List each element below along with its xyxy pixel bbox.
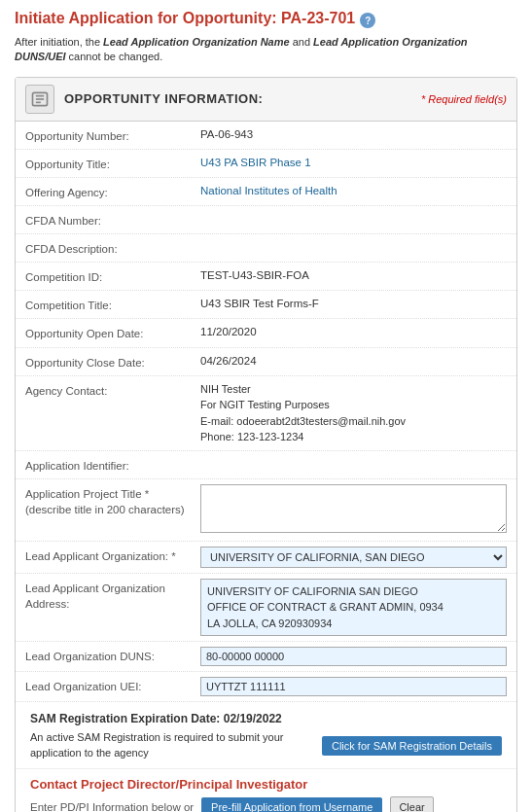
field-lead-uei: Lead Organization UEI: <box>16 672 516 702</box>
contact-section: Contact Project Director/Principal Inves… <box>16 769 516 812</box>
field-close-date: Opportunity Close Date: 04/26/2024 <box>16 348 516 376</box>
project-title-input[interactable] <box>200 484 507 533</box>
sam-description: An active SAM Registration is required t… <box>30 730 312 760</box>
field-competition-id: Competition ID: TEST-U43-SBIR-FOA <box>16 263 516 291</box>
section-title: OPPORTUNITY INFORMATION: <box>64 91 263 106</box>
field-opportunity-title: Opportunity Title: U43 PA SBIR Phase 1 <box>16 150 516 178</box>
clear-button[interactable]: Clear <box>390 796 433 812</box>
lead-org-address-value: UNIVERSITY OF CALIFORNIA SAN DIEGO OFFIC… <box>200 579 507 637</box>
sam-section: SAM Registration Expiration Date: 02/19/… <box>16 702 516 769</box>
sam-row: An active SAM Registration is required t… <box>30 730 502 760</box>
field-cfda-description: CFDA Description: <box>16 234 516 263</box>
prefill-button[interactable]: Pre-fill Application from Username <box>201 797 382 812</box>
field-application-identifier: Application Identifier: <box>16 451 516 479</box>
field-agency-contact: Agency Contact: NIH Tester For NGIT Test… <box>16 376 516 451</box>
field-lead-org: Lead Applicant Organization: * UNIVERSIT… <box>16 542 516 574</box>
field-opportunity-number: Opportunity Number: PA-06-943 <box>16 122 516 150</box>
contact-header-row: Enter PD/PI Information below or Pre-fil… <box>30 796 502 812</box>
field-project-title: Application Project Title * (describe ti… <box>16 479 516 542</box>
lead-duns-input[interactable] <box>200 647 507 666</box>
field-competition-title: Competition Title: U43 SBIR Test Forms-F <box>16 291 516 319</box>
lead-uei-input[interactable] <box>200 677 507 696</box>
opportunity-icon <box>25 85 54 114</box>
opportunity-section: OPPORTUNITY INFORMATION: * Required fiel… <box>15 77 517 812</box>
enter-pdpi-label: Enter PD/PI Information below or <box>30 801 194 812</box>
contact-section-title: Contact Project Director/Principal Inves… <box>30 777 502 792</box>
help-icon[interactable]: ? <box>360 13 375 28</box>
field-lead-duns: Lead Organization DUNS: <box>16 642 516 672</box>
sam-registration-button[interactable]: Click for SAM Registration Details <box>322 736 502 756</box>
required-note: * Required field(s) <box>421 93 507 105</box>
section-header: OPPORTUNITY INFORMATION: * Required fiel… <box>16 78 516 122</box>
sam-expiry: SAM Registration Expiration Date: 02/19/… <box>30 712 502 725</box>
subtitle: After initiation, the Lead Application O… <box>15 35 517 65</box>
page-title: Initiate Application for Opportunity: PA… <box>15 10 355 27</box>
field-open-date: Opportunity Open Date: 11/20/2020 <box>16 319 516 347</box>
field-offering-agency: Offering Agency: National Institutes of … <box>16 178 516 206</box>
field-cfda-number: CFDA Number: <box>16 206 516 234</box>
lead-org-select[interactable]: UNIVERSITY OF CALIFORNIA, SAN DIEGO <box>200 547 507 568</box>
field-lead-org-address: Lead Applicant Organization Address: UNI… <box>16 574 516 643</box>
